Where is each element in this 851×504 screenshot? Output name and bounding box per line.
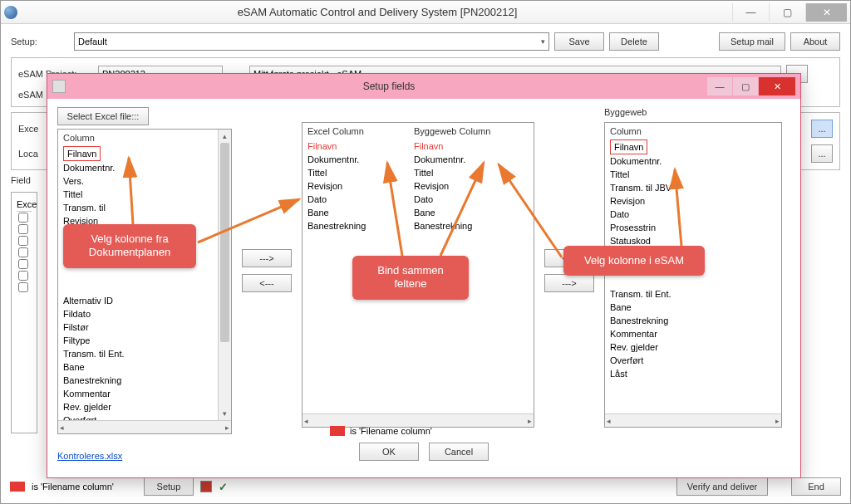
checkbox[interactable]: [18, 247, 28, 257]
field-check-item[interactable]: D: [17, 258, 32, 270]
map-left: Tittel: [307, 166, 414, 179]
list-item[interactable]: Overført: [63, 413, 216, 420]
maximize-icon[interactable]: ▢: [769, 3, 805, 22]
mapping-row[interactable]: RevisjonRevisjon: [307, 179, 529, 193]
chevron-down-icon: ▾: [541, 37, 545, 46]
callout-excel: Velg kolonne fra Dokumentplanen: [63, 224, 196, 268]
local-ellipsis-button[interactable]: ...: [811, 144, 833, 163]
checkbox[interactable]: [18, 282, 28, 292]
bottom-bar: is 'Filename column' Setup ✓ Verify and …: [10, 477, 841, 496]
list-item[interactable]: Bane: [63, 360, 216, 374]
excel-ellipsis-button[interactable]: ...: [811, 120, 833, 138]
scrollbar-horizontal[interactable]: ◂▸: [58, 420, 231, 433]
list-item[interactable]: Vers.: [63, 174, 216, 188]
mapping-row[interactable]: DatoDato: [307, 193, 529, 206]
dialog-title: Setup fields: [71, 81, 707, 92]
list-item[interactable]: Filstør: [63, 321, 216, 334]
list-item[interactable]: Dato: [610, 208, 776, 221]
mapping-row[interactable]: BanestrekningBanestrekning: [307, 219, 529, 232]
field-check-item[interactable]: B: [17, 270, 32, 281]
list-item[interactable]: Alternativ ID: [63, 294, 216, 307]
scroll-up-icon[interactable]: ▴: [219, 130, 231, 143]
field-check-item[interactable]: F: [17, 212, 32, 223]
list-item[interactable]: Kommentar: [610, 327, 776, 340]
select-excel-button[interactable]: Select Excel file:::: [57, 107, 149, 125]
minimize-icon[interactable]: —: [732, 3, 769, 22]
excel-columns-list[interactable]: Column FilnavnDokumentnr.Vers.TittelTran…: [57, 129, 232, 434]
map-left: Banestrekning: [307, 219, 414, 232]
ok-button[interactable]: OK: [359, 443, 419, 461]
checkbox[interactable]: [18, 271, 28, 281]
scroll-thumb[interactable]: [220, 143, 229, 342]
list-item[interactable]: Prosesstrin: [610, 221, 776, 234]
list-item[interactable]: Låst: [610, 367, 776, 380]
list-item[interactable]: Filtype: [63, 334, 216, 347]
list-item[interactable]: Filnavn: [610, 139, 647, 154]
fields-label: Field: [11, 175, 44, 185]
map-left-button[interactable]: <---: [242, 274, 292, 292]
setup-fields-button[interactable]: Setup: [144, 477, 194, 496]
list-item[interactable]: [63, 281, 216, 294]
save-button[interactable]: Save: [554, 32, 604, 51]
list-item[interactable]: Transm. til JBV: [610, 181, 776, 194]
end-button[interactable]: End: [791, 477, 841, 496]
map-to-right-button[interactable]: --->: [544, 274, 594, 292]
scrollbar-vertical[interactable]: ▴ ▾: [218, 130, 231, 420]
list-item[interactable]: Rev. gjelder: [610, 340, 776, 354]
list-item[interactable]: Tittel: [63, 188, 216, 201]
list-item[interactable]: Banestrekning: [610, 314, 776, 327]
list-item[interactable]: Tittel: [610, 168, 776, 181]
fields-checklist: FTDRDBB: [17, 212, 32, 428]
list-item[interactable]: Transm. til Ent.: [610, 287, 776, 301]
scroll-down-icon[interactable]: ▾: [219, 407, 231, 420]
list-item[interactable]: Transm. til Ent.: [63, 347, 216, 360]
list-item[interactable]: Revisjon: [610, 194, 776, 208]
field-check-item[interactable]: T: [17, 223, 32, 235]
field-check-item[interactable]: D: [17, 235, 32, 247]
mapping-row[interactable]: BaneBane: [307, 206, 529, 219]
map-left: Filnavn: [307, 139, 414, 153]
delete-button[interactable]: Delete: [609, 32, 659, 51]
list-item[interactable]: Rev. gjelder: [63, 400, 216, 413]
mapping-row[interactable]: Dokumentnr.Dokumentnr.: [307, 153, 529, 166]
field-check-item[interactable]: B: [17, 281, 32, 293]
verify-deliver-button[interactable]: Verify and deliver: [676, 477, 768, 496]
list-item[interactable]: Banestrekning: [63, 374, 216, 387]
mapping-row[interactable]: FilnavnFilnavn: [307, 139, 529, 153]
list-item[interactable]: Transm. til: [63, 201, 216, 214]
map-left: Dato: [307, 193, 414, 206]
map-right-button[interactable]: --->: [242, 249, 292, 267]
checkbox[interactable]: [18, 236, 28, 246]
scrollbar-horizontal[interactable]: ◂▸: [303, 413, 534, 427]
setup-mail-button[interactable]: Setup mail: [719, 32, 785, 51]
map-right: Dato: [414, 193, 433, 206]
dialog-minimize-icon[interactable]: —: [707, 77, 732, 95]
mapping-row[interactable]: TittelTittel: [307, 166, 529, 179]
close-icon[interactable]: ✕: [805, 3, 847, 22]
list-item[interactable]: Dokumentnr.: [610, 154, 776, 168]
list-item[interactable]: Filnavn: [63, 146, 101, 161]
list-item[interactable]: Dokumentnr.: [63, 161, 216, 174]
dialog-close-icon[interactable]: ✕: [759, 77, 795, 95]
list-item[interactable]: Overført: [610, 354, 776, 367]
checkbox[interactable]: [18, 213, 28, 223]
list-item[interactable]: Kommentar: [63, 387, 216, 400]
list-header: Excel Column Byggeweb Column: [303, 123, 534, 138]
list-header: Column: [58, 130, 231, 144]
checkbox[interactable]: [18, 224, 28, 234]
dialog-maximize-icon[interactable]: ▢: [733, 77, 758, 95]
list-item[interactable]: [63, 267, 216, 281]
list-item[interactable]: [610, 274, 776, 287]
map-right: Revisjon: [414, 179, 449, 193]
setup-dropdown[interactable]: Default ▾: [74, 32, 549, 51]
checkbox[interactable]: [18, 259, 28, 269]
about-button[interactable]: About: [790, 32, 840, 51]
spellcheck-icon[interactable]: ✓: [219, 481, 230, 492]
list-item[interactable]: Bane: [610, 301, 776, 314]
scrollbar-horizontal[interactable]: ◂▸: [605, 413, 781, 427]
list-item[interactable]: Fildato: [63, 307, 216, 321]
field-check-item[interactable]: R: [17, 247, 32, 258]
excel-file-link[interactable]: Kontroleres.xlsx: [57, 451, 122, 461]
cancel-button[interactable]: Cancel: [429, 443, 489, 461]
pdf-icon[interactable]: [200, 481, 212, 492]
